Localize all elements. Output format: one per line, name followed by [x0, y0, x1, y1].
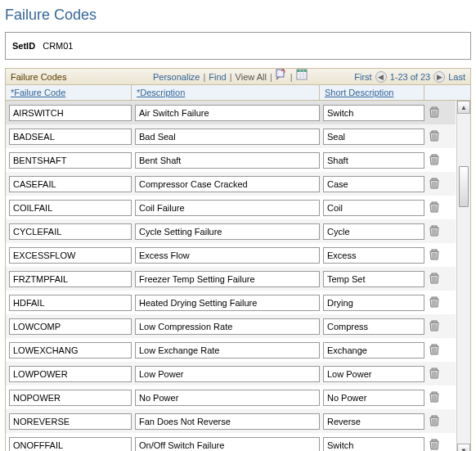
description-input[interactable] — [135, 152, 320, 169]
delete-row-button[interactable] — [426, 320, 442, 333]
delete-row-button[interactable] — [426, 439, 442, 452]
description-input[interactable] — [135, 413, 320, 430]
find-link[interactable]: Find — [209, 69, 226, 85]
table-row — [6, 291, 456, 314]
failure-code-input[interactable] — [9, 390, 132, 406]
delete-row-button[interactable] — [426, 201, 442, 214]
short-description-input[interactable] — [323, 105, 424, 121]
short-description-input[interactable] — [323, 318, 424, 335]
failure-code-input[interactable] — [9, 200, 132, 216]
description-input[interactable] — [135, 129, 320, 145]
failure-code-input[interactable] — [9, 152, 132, 169]
short-description-input[interactable] — [323, 247, 424, 264]
nav-next-icon[interactable]: ▶ — [433, 71, 445, 83]
short-description-input[interactable] — [323, 223, 424, 240]
short-description-input[interactable] — [323, 366, 424, 382]
table-row — [6, 314, 456, 338]
trash-icon — [429, 130, 439, 143]
description-input[interactable] — [135, 105, 320, 121]
setid-label: SetID — [12, 41, 35, 51]
zoom-icon[interactable] — [276, 69, 287, 85]
table-row — [6, 101, 456, 124]
delete-row-button[interactable] — [426, 415, 442, 428]
delete-row-button[interactable] — [426, 296, 442, 309]
scroll-down-icon[interactable]: ▼ — [457, 444, 470, 451]
delete-row-button[interactable] — [426, 225, 442, 238]
description-input[interactable] — [135, 176, 320, 192]
view-all-link[interactable]: View All — [236, 69, 267, 85]
description-input[interactable] — [135, 318, 320, 335]
short-description-input[interactable] — [323, 342, 424, 359]
table-row — [6, 124, 456, 148]
description-input[interactable] — [135, 437, 320, 452]
table-row — [6, 148, 456, 172]
personalize-link[interactable]: Personalize — [153, 69, 200, 85]
failure-code-input[interactable] — [9, 318, 132, 335]
delete-row-button[interactable] — [426, 154, 442, 167]
svg-rect-51 — [432, 368, 437, 370]
failure-code-input[interactable] — [9, 342, 132, 359]
short-description-input[interactable] — [323, 176, 424, 192]
failure-code-input[interactable] — [9, 413, 132, 430]
failure-code-input[interactable] — [9, 437, 132, 452]
failure-code-input[interactable] — [9, 271, 132, 287]
short-description-input[interactable] — [323, 152, 424, 169]
delete-row-button[interactable] — [426, 368, 442, 381]
description-input[interactable] — [135, 223, 320, 240]
svg-rect-27 — [432, 226, 437, 228]
col-header-short-description[interactable]: Short Description — [320, 85, 424, 100]
delete-row-button[interactable] — [426, 273, 442, 286]
trash-icon — [429, 296, 439, 309]
trash-icon — [429, 439, 439, 452]
short-description-input[interactable] — [323, 200, 424, 216]
failure-code-input[interactable] — [9, 223, 132, 240]
grid-scrollbar[interactable]: ▲ ▼ — [456, 101, 470, 451]
table-row — [6, 172, 456, 196]
description-input[interactable] — [135, 390, 320, 406]
description-input[interactable] — [135, 342, 320, 359]
delete-row-button[interactable] — [426, 391, 442, 404]
short-description-input[interactable] — [323, 390, 424, 406]
short-description-input[interactable] — [323, 413, 424, 430]
table-row — [6, 267, 456, 291]
description-input[interactable] — [135, 271, 320, 287]
short-description-input[interactable] — [323, 271, 424, 287]
short-description-input[interactable] — [323, 129, 424, 145]
description-input[interactable] — [135, 247, 320, 264]
table-row — [6, 362, 456, 386]
failure-code-input[interactable] — [9, 129, 132, 145]
col-header-description[interactable]: *Description — [132, 85, 320, 100]
scroll-thumb[interactable] — [459, 166, 469, 207]
table-row — [6, 243, 456, 267]
trash-icon — [429, 178, 439, 191]
setid-panel: SetID CRM01 — [5, 32, 471, 60]
nav-last[interactable]: Last — [448, 69, 465, 85]
failure-code-input[interactable] — [9, 366, 132, 382]
short-description-input[interactable] — [323, 295, 424, 311]
svg-rect-7 — [432, 107, 437, 109]
delete-row-button[interactable] — [426, 249, 442, 262]
trash-icon — [429, 320, 439, 333]
delete-row-button[interactable] — [426, 344, 442, 357]
delete-row-button[interactable] — [426, 178, 442, 191]
description-input[interactable] — [135, 200, 320, 216]
table-row — [6, 409, 456, 433]
delete-row-button[interactable] — [426, 106, 442, 120]
failure-code-input[interactable] — [9, 247, 132, 264]
nav-first[interactable]: First — [354, 69, 371, 85]
delete-row-button[interactable] — [426, 130, 442, 143]
grid-toolbar: Failure Codes Personalize | Find | View … — [5, 68, 471, 84]
scroll-up-icon[interactable]: ▲ — [457, 101, 470, 114]
description-input[interactable] — [135, 295, 320, 311]
short-description-input[interactable] — [323, 437, 424, 452]
download-icon[interactable] — [296, 69, 308, 85]
trash-icon — [429, 249, 439, 262]
description-input[interactable] — [135, 366, 320, 382]
col-header-failure-code[interactable]: *Failure Code — [6, 85, 132, 100]
trash-icon — [429, 154, 439, 167]
failure-code-input[interactable] — [9, 176, 132, 192]
failure-code-input[interactable] — [9, 295, 132, 311]
column-header-row: *Failure Code *Description Short Descrip… — [5, 84, 471, 101]
nav-prev-icon[interactable]: ◀ — [375, 71, 387, 83]
failure-code-input[interactable] — [9, 105, 132, 121]
